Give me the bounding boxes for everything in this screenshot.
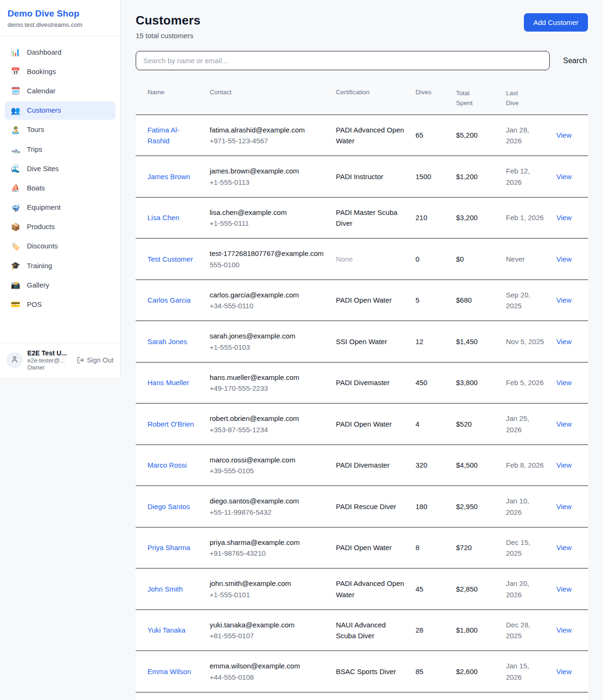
sidebar-nav: 📊Dashboard📅Bookings🗓️Calendar👥Customers🏝… <box>0 36 120 343</box>
add-customer-button[interactable]: Add Customer <box>524 13 588 32</box>
search-input[interactable] <box>136 51 550 70</box>
credit-card-icon: 💳 <box>10 300 21 309</box>
sidebar-item-gallery[interactable]: 📸Gallery <box>5 276 115 294</box>
view-customer-link[interactable]: View <box>556 502 571 511</box>
customer-name-link[interactable]: Yuki Tanaka <box>147 626 186 634</box>
package-icon: 📦 <box>10 222 21 231</box>
customer-certification: PADI Open Water <box>330 280 410 321</box>
shop-title: Demo Dive Shop <box>8 8 113 19</box>
customer-email: carlos.garcia@example.com <box>210 289 325 300</box>
sidebar-item-boats[interactable]: ⛵Boats <box>5 179 115 197</box>
table-row: Test Customertest-1772681807767@example.… <box>136 239 588 280</box>
customer-total-spent: $1,200 <box>450 156 500 198</box>
table-row: Diego Santosdiego.santos@example.com+55-… <box>136 486 588 527</box>
sidebar-item-discounts[interactable]: 🏷️Discounts <box>5 237 115 255</box>
sign-out-button[interactable]: Sign Out <box>77 356 114 364</box>
customer-name-link[interactable]: John Smith <box>147 585 183 593</box>
table-row: Robert O'Brienrobert.obrien@example.com+… <box>136 404 588 445</box>
sidebar-item-label: Customers <box>27 106 61 115</box>
sidebar-item-label: Products <box>27 222 55 231</box>
customer-phone: +1-555-0113 <box>210 177 325 188</box>
search-button[interactable]: Search <box>562 55 588 67</box>
people-icon: 👥 <box>10 106 21 115</box>
user-role: Owner <box>27 364 72 371</box>
customer-certification: NAUI Advanced Scuba Diver <box>330 609 410 651</box>
customer-email: john.smith@example.com <box>210 578 325 589</box>
sidebar-item-customers[interactable]: 👥Customers <box>5 101 115 120</box>
customer-certification: PADI Open Water <box>330 404 410 445</box>
customer-phone: +353-87-555-1234 <box>210 424 325 435</box>
speedboat-icon: 🛥️ <box>10 145 21 154</box>
view-customer-link[interactable]: View <box>556 338 571 346</box>
customer-name-link[interactable]: Lisa Chen <box>147 214 179 222</box>
customer-email: emma.wilson@example.com <box>210 660 325 671</box>
customer-dives: 0 <box>410 239 450 280</box>
customer-certification: SSI Open Water <box>330 321 410 362</box>
sign-out-label: Sign Out <box>87 356 114 364</box>
customer-dives: 450 <box>410 362 450 404</box>
customer-dives: 12 <box>410 321 450 362</box>
sidebar-item-pos[interactable]: 💳POS <box>5 295 115 313</box>
sidebar-item-calendar[interactable]: 🗓️Calendar <box>5 82 115 100</box>
wave-icon: 🌊 <box>10 164 21 173</box>
page-subtitle: 15 total customers <box>136 32 201 40</box>
customer-email: priya.sharma@example.com <box>210 537 325 548</box>
customer-total-spent: $2,100 <box>450 692 500 700</box>
sidebar-item-label: Boats <box>27 184 45 192</box>
customer-dives: 95 <box>410 692 450 700</box>
view-customer-link[interactable]: View <box>556 461 571 469</box>
sidebar-item-tours[interactable]: 🏝️Tours <box>5 121 115 139</box>
customer-total-spent: $1,450 <box>450 321 500 362</box>
customer-name-link[interactable]: Robert O'Brien <box>147 420 194 428</box>
customer-dives: 65 <box>410 115 450 156</box>
sidebar-header: Demo Dive Shop demo.test.divestreams.com <box>0 0 120 36</box>
view-customer-link[interactable]: View <box>556 296 571 304</box>
label-icon: 🏷️ <box>10 242 21 251</box>
customer-email: fatima.alrashid@example.com <box>210 124 325 135</box>
customer-name-link[interactable]: Carlos Garcia <box>147 296 191 304</box>
view-customer-link[interactable]: View <box>556 173 571 181</box>
sidebar-item-products[interactable]: 📦Products <box>5 218 115 236</box>
view-customer-link[interactable]: View <box>556 626 571 634</box>
sidebar-item-dashboard[interactable]: 📊Dashboard <box>5 43 115 61</box>
view-customer-link[interactable]: View <box>556 667 571 675</box>
table-row: Fatima Al-Rashidfatima.alrashid@example.… <box>136 115 588 156</box>
customer-name-link[interactable]: Test Customer <box>147 255 193 263</box>
customer-name-link[interactable]: Priya Sharma <box>147 544 190 552</box>
customer-certification: PADI Divemaster <box>330 362 410 404</box>
sidebar-item-dive-sites[interactable]: 🌊Dive Sites <box>5 159 115 178</box>
column-header-actions <box>551 82 588 115</box>
customer-last-dive: Feb 5, 2026 <box>500 362 551 404</box>
sidebar-item-equipment[interactable]: 🤿Equipment <box>5 198 115 217</box>
customer-name-link[interactable]: Emma Wilson <box>147 667 191 675</box>
customer-name-link[interactable]: Hans Mueller <box>147 379 189 387</box>
view-customer-link[interactable]: View <box>556 420 571 428</box>
customer-name-link[interactable]: Sarah Jones <box>147 338 187 346</box>
customer-certification: PADI Advanced Open Water <box>330 692 410 700</box>
view-customer-link[interactable]: View <box>556 131 571 139</box>
view-customer-link[interactable]: View <box>556 214 571 222</box>
view-customer-link[interactable]: View <box>556 379 571 387</box>
customer-name-link[interactable]: Diego Santos <box>147 502 190 511</box>
customer-phone: +34-555-0110 <box>210 300 325 311</box>
customer-total-spent: $2,850 <box>450 568 500 610</box>
table-row: Sarah Jonessarah.jones@example.com+1-555… <box>136 321 588 362</box>
view-customer-link[interactable]: View <box>556 585 571 593</box>
user-name: E2E Test U... <box>27 349 72 357</box>
customer-contact-cell: john.smith@example.com+1-555-0101 <box>204 568 330 610</box>
sidebar-item-trips[interactable]: 🛥️Trips <box>5 140 115 158</box>
sidebar-item-bookings[interactable]: 📅Bookings <box>5 62 115 81</box>
island-icon: 🏝️ <box>10 125 21 134</box>
column-header-dives: Dives <box>410 82 450 115</box>
customer-dives: 180 <box>410 486 450 527</box>
customer-name-link[interactable]: Marco Rossi <box>147 461 187 469</box>
customer-name-link[interactable]: James Brown <box>147 173 190 181</box>
table-row: Carlos Garciacarlos.garcia@example.com+3… <box>136 280 588 321</box>
customer-last-dive: Jan 28, 2026 <box>500 115 551 156</box>
customer-name-link[interactable]: Fatima Al-Rashid <box>147 126 179 145</box>
view-customer-link[interactable]: View <box>556 544 571 552</box>
view-customer-link[interactable]: View <box>556 255 571 263</box>
sidebar-item-training[interactable]: 🎓Training <box>5 256 115 275</box>
table-row: John Smithjohn.smith@example.com+1-555-0… <box>136 568 588 610</box>
table-header-row: NameContactCertificationDivesTotal Spent… <box>136 82 588 115</box>
